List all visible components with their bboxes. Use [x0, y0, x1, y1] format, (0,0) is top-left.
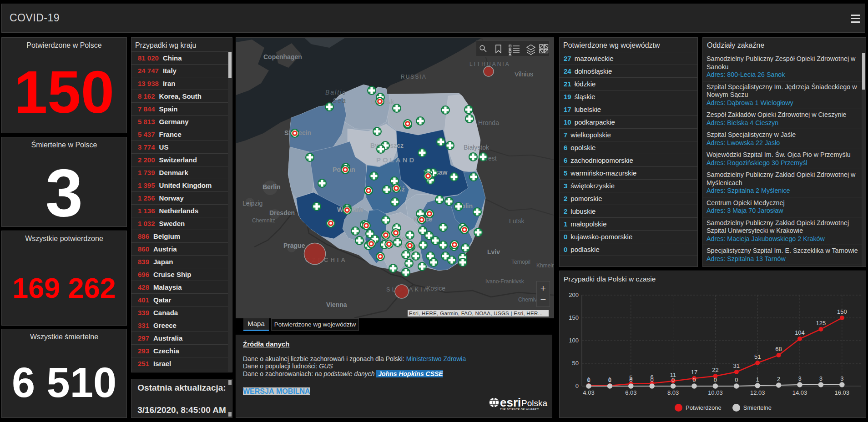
svg-text:1: 1 [756, 376, 759, 383]
svg-text:100: 100 [569, 337, 579, 344]
svg-text:Białystok: Białystok [464, 144, 490, 151]
svg-text:Chemnitz: Chemnitz [252, 217, 275, 224]
svg-text:0: 0 [735, 377, 738, 383]
svg-text:0: 0 [575, 382, 579, 389]
svg-text:Sea: Sea [333, 97, 347, 104]
svg-text:2: 2 [777, 376, 780, 382]
svg-text:14.03: 14.03 [792, 389, 807, 396]
svg-text:Hronda: Hronda [478, 119, 499, 126]
svg-text:Cherniv: Cherniv [518, 296, 537, 303]
svg-text:1: 1 [608, 376, 611, 383]
svg-text:16.03: 16.03 [835, 389, 850, 396]
svg-text:Berlin: Berlin [262, 183, 281, 191]
svg-text:150: 150 [569, 314, 579, 321]
svg-text:22: 22 [712, 367, 718, 373]
svg-text:3: 3 [819, 375, 823, 382]
svg-text:10.03: 10.03 [708, 389, 723, 396]
svg-text:68: 68 [775, 346, 782, 352]
svg-text:Kosice: Kosice [426, 285, 445, 292]
svg-text:3: 3 [840, 375, 843, 382]
svg-text:THE SCIENCE OF WHERE™: THE SCIENCE OF WHERE™ [500, 408, 539, 411]
svg-text:Khmeln: Khmeln [536, 262, 554, 269]
svg-text:1: 1 [587, 376, 590, 383]
svg-text:Baltic: Baltic [325, 89, 346, 96]
svg-text:17: 17 [691, 369, 697, 376]
svg-text:125: 125 [816, 320, 826, 327]
svg-text:8.03: 8.03 [667, 389, 679, 396]
svg-text:Lviv: Lviv [487, 248, 500, 256]
svg-text:esri: esri [500, 396, 521, 409]
svg-text:Leipzig: Leipzig [242, 200, 262, 207]
svg-text:150: 150 [837, 308, 847, 315]
svg-text:Lutsk: Lutsk [509, 217, 525, 225]
svg-text:Vilnius: Vilnius [515, 70, 533, 78]
svg-text:0: 0 [714, 377, 717, 383]
svg-text:11: 11 [670, 372, 676, 378]
svg-text:Polska: Polska [521, 398, 547, 408]
svg-text:Ivano-Frankivsk: Ivano-Frankivsk [485, 278, 525, 285]
svg-text:51: 51 [754, 353, 761, 360]
svg-text:Vienna: Vienna [326, 301, 347, 308]
svg-text:RUSSIA: RUSSIA [401, 74, 427, 80]
svg-text:POLAND: POLAND [376, 156, 416, 164]
svg-text:Prague: Prague [283, 242, 305, 249]
svg-text:Ternopil: Ternopil [511, 259, 530, 265]
svg-text:104: 104 [795, 329, 805, 336]
svg-text:Copenhagen: Copenhagen [263, 53, 302, 60]
svg-text:31: 31 [733, 362, 740, 369]
svg-text:Dresden: Dresden [269, 209, 295, 216]
svg-text:3: 3 [798, 375, 801, 382]
svg-text:5: 5 [629, 374, 632, 381]
svg-text:6: 6 [651, 374, 654, 381]
svg-text:6.03: 6.03 [625, 389, 636, 396]
svg-text:0: 0 [692, 377, 696, 383]
svg-text:12.03: 12.03 [750, 389, 765, 396]
svg-text:4.03: 4.03 [583, 389, 594, 396]
svg-text:200: 200 [569, 291, 579, 298]
svg-text:50: 50 [572, 360, 579, 367]
